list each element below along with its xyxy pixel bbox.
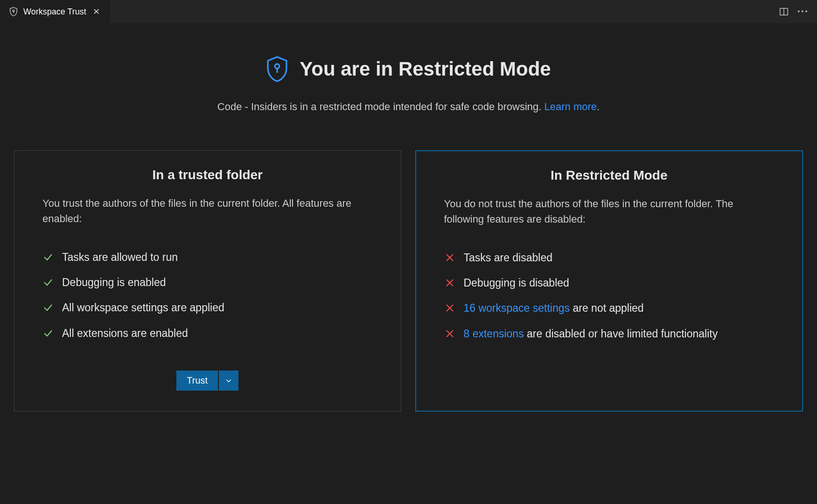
- trusted-feature: Debugging is enabled: [42, 275, 373, 290]
- check-icon: [42, 252, 55, 263]
- check-icon: [42, 328, 55, 339]
- restricted-feature: 8 extensions are disabled or have limite…: [444, 326, 775, 341]
- shield-icon: [8, 7, 19, 17]
- trusted-feature: Tasks are allowed to run: [42, 250, 373, 265]
- restricted-heading: In Restricted Mode: [444, 168, 775, 183]
- trust-button[interactable]: Trust: [176, 371, 218, 391]
- editor-content: You are in Restricted Mode Code - Inside…: [0, 23, 817, 426]
- trusted-feature: All workspace settings are applied: [42, 300, 373, 315]
- tab-title: Workspace Trust: [23, 7, 86, 17]
- tab-bar: Workspace Trust ✕ ···: [0, 0, 817, 23]
- workspace-settings-link[interactable]: 16 workspace settings: [464, 302, 570, 314]
- extensions-link[interactable]: 8 extensions: [464, 328, 524, 340]
- feature-label: Debugging is enabled: [62, 275, 166, 290]
- cross-icon: [444, 302, 456, 314]
- cross-icon: [444, 328, 456, 339]
- feature-label: 8 extensions are disabled or have limite…: [464, 326, 718, 341]
- page-title: You are in Restricted Mode: [300, 58, 551, 80]
- close-icon[interactable]: ✕: [91, 6, 102, 18]
- restricted-feature: Debugging is disabled: [444, 275, 775, 290]
- restricted-feature: 16 workspace settings are not applied: [444, 301, 775, 315]
- cross-icon: [444, 252, 456, 263]
- feature-label: Tasks are allowed to run: [62, 250, 178, 265]
- feature-label: All extensions are enabled: [62, 326, 188, 341]
- split-editor-icon[interactable]: [779, 7, 789, 17]
- feature-label: Tasks are disabled: [464, 250, 553, 265]
- trusted-feature: All extensions are enabled: [42, 326, 373, 341]
- feature-label-rest: are disabled or have limited functionali…: [524, 328, 718, 340]
- trust-dropdown-button[interactable]: [219, 371, 238, 391]
- more-actions-icon[interactable]: ···: [797, 6, 809, 18]
- learn-more-link[interactable]: Learn more: [545, 101, 597, 112]
- chevron-down-icon: [224, 377, 233, 385]
- svg-point-0: [13, 10, 14, 12]
- restricted-feature: Tasks are disabled: [444, 250, 775, 265]
- page-subtitle: Code - Insiders is in a restricted mode …: [14, 101, 803, 113]
- feature-label: All workspace settings are applied: [62, 300, 224, 315]
- restricted-description: You do not trust the authors of the file…: [444, 196, 775, 227]
- trusted-heading: In a trusted folder: [42, 168, 373, 182]
- feature-label-rest: are not applied: [570, 302, 644, 314]
- feature-label: Debugging is disabled: [464, 275, 569, 290]
- cross-icon: [444, 277, 456, 288]
- restricted-mode-card: In Restricted Mode You do not trust the …: [415, 150, 803, 412]
- subtitle-text: Code - Insiders is in a restricted mode …: [217, 101, 545, 112]
- svg-point-3: [275, 64, 280, 69]
- trusted-folder-card: In a trusted folder You trust the author…: [14, 150, 401, 412]
- trusted-description: You trust the authors of the files in th…: [42, 196, 373, 226]
- check-icon: [42, 302, 55, 313]
- shield-icon: [266, 56, 288, 82]
- feature-label: 16 workspace settings are not applied: [464, 301, 644, 315]
- subtitle-suffix: .: [597, 101, 600, 112]
- check-icon: [42, 277, 55, 288]
- tab-workspace-trust[interactable]: Workspace Trust ✕: [0, 0, 110, 23]
